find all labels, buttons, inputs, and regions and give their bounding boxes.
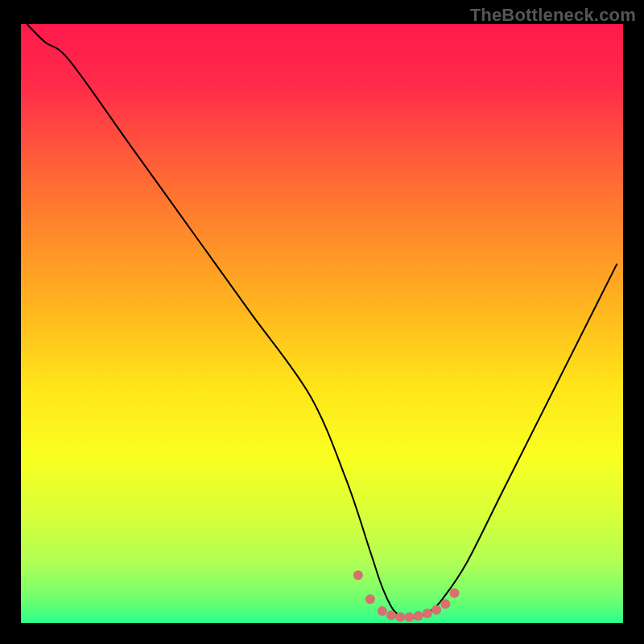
trough-marker [378,606,387,616]
gradient-background [21,24,623,623]
trough-marker [395,613,405,622]
chart-svg [21,24,623,623]
chart-frame: TheBottleneck.com [0,0,644,644]
trough-marker [414,611,423,621]
trough-marker [431,605,441,615]
trough-marker [365,594,375,604]
plot-area [21,24,623,623]
trough-marker [386,610,396,620]
watermark-text: TheBottleneck.com [470,5,636,26]
trough-marker [440,599,450,609]
trough-marker [450,588,460,598]
trough-marker [423,609,432,618]
trough-marker [353,570,363,580]
trough-marker [404,613,414,622]
